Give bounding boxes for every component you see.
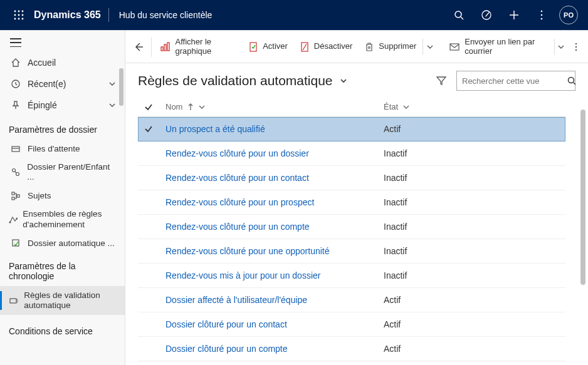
- table-row[interactable]: Rendez-vous clôturé pour un contactInact…: [138, 166, 565, 190]
- cell-name[interactable]: Un prospect a été qualifié: [159, 117, 377, 141]
- svg-point-20: [16, 173, 19, 176]
- cmd-email-link[interactable]: Envoyer un lien par courrier: [443, 31, 554, 63]
- brand-label[interactable]: Dynamics 365: [31, 9, 108, 21]
- cmd-label: Afficher le graphique: [175, 38, 236, 56]
- chevron-down-icon[interactable]: [403, 104, 409, 110]
- row-checkbox[interactable]: [138, 239, 159, 264]
- nav-queues[interactable]: Files d'attente: [0, 140, 125, 158]
- cmd-delete[interactable]: Supprimer: [359, 31, 423, 63]
- col-name[interactable]: Nom: [159, 97, 377, 117]
- search-input[interactable]: [462, 76, 567, 86]
- nav-parent-child[interactable]: Dossier Parent/Enfant ...: [0, 158, 125, 187]
- row-checkbox[interactable]: [138, 312, 159, 337]
- table-row[interactable]: Dossier clôturé pour un compteActif: [138, 337, 565, 361]
- app-launcher-icon[interactable]: [6, 10, 31, 20]
- search-icon[interactable]: [567, 76, 576, 85]
- cmd-email-dropdown[interactable]: [554, 44, 568, 50]
- row-checkbox[interactable]: [138, 190, 159, 215]
- cell-name[interactable]: Dossier clôturé pour un compte: [159, 337, 377, 361]
- svg-rect-34: [450, 44, 459, 50]
- sidebar-toggle[interactable]: [0, 31, 125, 52]
- search-icon[interactable]: [445, 0, 473, 30]
- row-checkbox[interactable]: [138, 264, 159, 288]
- svg-point-37: [575, 49, 577, 50]
- svg-line-10: [461, 17, 463, 19]
- nav-home[interactable]: Accueil: [0, 52, 125, 73]
- svg-point-35: [575, 43, 577, 44]
- data-grid: Nom État Un prospect: [138, 97, 565, 361]
- separator: [151, 37, 152, 57]
- mail-icon: [449, 43, 459, 51]
- cmd-deactivate[interactable]: Désactiver: [294, 31, 359, 63]
- row-checkbox[interactable]: [138, 215, 159, 239]
- back-button[interactable]: [129, 31, 149, 63]
- svg-point-1: [18, 11, 20, 13]
- table-row[interactable]: Rendez-vous clôturé pour un dossierInact…: [138, 141, 565, 166]
- cell-name[interactable]: Rendez-vous clôturé pour un compte: [159, 215, 377, 239]
- cmd-show-chart[interactable]: Afficher le graphique: [154, 31, 243, 63]
- svg-point-0: [14, 11, 16, 13]
- view-header: Règles de validation automatique: [125, 63, 588, 97]
- nav-routing-rules[interactable]: Ensembles de règles d'acheminement: [0, 205, 125, 234]
- queue-icon: [9, 145, 23, 153]
- svg-point-38: [569, 78, 574, 83]
- cell-name[interactable]: Rendez-vous clôturé pour un contact: [159, 166, 377, 190]
- cmd-delete-dropdown[interactable]: [423, 44, 437, 50]
- view-selector[interactable]: Règles de validation automatique: [138, 73, 348, 88]
- cell-name[interactable]: Rendez-vous clôturé pour une opportunité: [159, 239, 377, 264]
- cell-state: Inactif: [377, 166, 565, 190]
- nav-pinned[interactable]: Épinglé: [0, 95, 125, 116]
- table-row[interactable]: Rendez-vous clôturé pour un compteInacti…: [138, 215, 565, 239]
- chevron-down-icon: [108, 101, 116, 109]
- cell-name[interactable]: Rendez-vous mis à jour pour un dossier: [159, 264, 377, 288]
- task-flow-icon[interactable]: [473, 0, 500, 30]
- cell-state: Inactif: [377, 215, 565, 239]
- row-checkbox[interactable]: [138, 166, 159, 190]
- svg-rect-28: [161, 47, 163, 51]
- cell-state: Actif: [377, 288, 565, 312]
- cmd-overflow[interactable]: [568, 42, 584, 52]
- nav-recent[interactable]: Récent(e): [0, 73, 125, 95]
- avatar[interactable]: PO: [559, 6, 578, 24]
- cell-name[interactable]: Dossier clôturé pour un contact: [159, 312, 377, 337]
- svg-point-15: [541, 14, 543, 16]
- cell-name[interactable]: Rendez-vous clôturé pour un dossier: [159, 141, 377, 166]
- hub-label[interactable]: Hub du service clientèle: [109, 10, 223, 20]
- nav-subjects[interactable]: Sujets: [0, 187, 125, 205]
- col-select-all[interactable]: [138, 97, 159, 117]
- view-title: Règles de validation automatique: [138, 73, 333, 88]
- table-row[interactable]: Un prospect a été qualifiéActif: [138, 117, 565, 141]
- home-icon: [9, 58, 23, 68]
- nav-auto-case[interactable]: Dossier automatique ...: [0, 234, 125, 252]
- nav-auto-validate-rules[interactable]: Règles de validation automatique: [0, 286, 125, 315]
- table-row[interactable]: Dossier clôturé pour un contactActif: [138, 312, 565, 337]
- cell-state: Inactif: [377, 239, 565, 264]
- search-box[interactable]: [456, 71, 575, 91]
- row-checkbox[interactable]: [138, 117, 159, 141]
- table-row[interactable]: Rendez-vous clôturé pour un prospectInac…: [138, 190, 565, 215]
- grid-scrollbar[interactable]: [580, 110, 585, 285]
- table-row[interactable]: Rendez-vous clôturé pour une opportunité…: [138, 239, 565, 264]
- add-icon[interactable]: [500, 0, 528, 30]
- trash-icon: [365, 42, 374, 52]
- relationship-icon: [9, 168, 22, 177]
- cell-name[interactable]: Dossier affecté à l'utilisateur/l'équipe: [159, 288, 377, 312]
- chevron-down-icon: [108, 80, 116, 88]
- row-checkbox[interactable]: [138, 337, 159, 361]
- sidebar: Accueil Récent(e) Épinglé Paramètres de …: [0, 31, 125, 365]
- table-row[interactable]: Rendez-vous mis à jour pour un dossierIn…: [138, 264, 565, 288]
- svg-point-4: [18, 14, 20, 16]
- cell-state: Actif: [377, 312, 565, 337]
- more-vertical-icon[interactable]: [528, 0, 555, 30]
- row-checkbox[interactable]: [138, 141, 159, 166]
- row-checkbox[interactable]: [138, 288, 159, 312]
- cmd-activate[interactable]: Activer: [243, 31, 294, 63]
- col-state[interactable]: État: [377, 97, 565, 117]
- cell-state: Inactif: [377, 264, 565, 288]
- group-dossier-params: Paramètres de dossier: [0, 116, 125, 140]
- cell-name[interactable]: Rendez-vous clôturé pour un prospect: [159, 190, 377, 215]
- filter-icon[interactable]: [434, 73, 449, 88]
- table-row[interactable]: Dossier affecté à l'utilisateur/l'équipe…: [138, 288, 565, 312]
- chevron-down-icon[interactable]: [199, 104, 205, 110]
- svg-rect-22: [17, 195, 19, 197]
